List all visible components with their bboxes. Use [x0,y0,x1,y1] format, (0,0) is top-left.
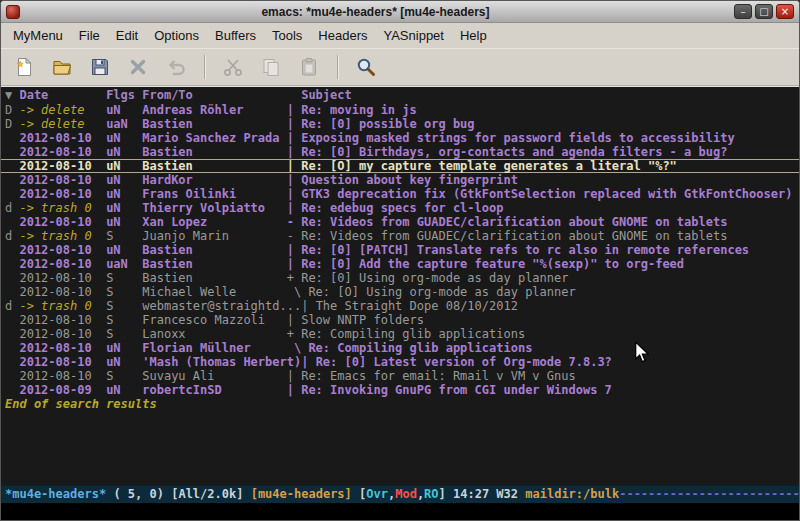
message-row[interactable]: 2012-08-10uN'Mash (Thomas Herbert)| Re: … [1,355,799,369]
from-cell: Bastien [142,271,286,285]
menu-item-headers[interactable]: Headers [310,25,375,46]
flags-cell: uN [106,145,142,159]
message-row[interactable]: 2012-08-10uNFrans Oilinki| GTK3 deprecat… [1,187,799,201]
from-cell: Frans Oilinki [142,187,286,201]
new-file-icon[interactable] [9,52,39,82]
column-header-subject[interactable]: Subject [287,87,352,103]
date-cell: -> delete [19,117,106,131]
mark-cell: D [5,103,19,117]
flags-cell: S [106,285,142,299]
flags-cell: S [106,229,142,243]
message-row[interactable]: 2012-08-10SSuvayu Ali| Re: Emacs for ema… [1,369,799,383]
from-cell: Xan Lopez [142,215,286,229]
toolbar [1,48,799,86]
titlebar[interactable]: emacs: *mu4e-headers* [mu4e-headers] –□× [1,1,799,23]
from-cell: Michael Welle [142,285,286,299]
message-row[interactable]: 2012-08-10uNBastien| Re: [0] Birthdays, … [1,145,799,159]
date-cell: -> trash 0 [19,201,106,215]
message-row[interactable]: 2012-08-10SLanoxx+ Re: Compiling glib ap… [1,327,799,341]
date-cell: 2012-08-10 [19,327,106,341]
close-buffer-icon[interactable] [123,52,153,82]
message-row[interactable]: D-> deleteuNAndreas Röhler| Re: moving i… [1,103,799,117]
window-title: emacs: *mu4e-headers* [mu4e-headers] [20,5,731,19]
column-header-from[interactable]: From/To [142,87,286,103]
message-row[interactable]: 2012-08-10uaNBastien| Re: [0] Add the ca… [1,257,799,271]
menu-item-yasnippet[interactable]: YASnippet [375,25,451,46]
flags-cell: S [106,327,142,341]
flags-cell: uN [106,215,142,229]
from-cell: Bastien [142,117,286,131]
subject-cell: | Re: [0] [PATCH] Translate refs to rc a… [287,243,749,257]
from-cell: Suvayu Ali [142,369,286,383]
close-button[interactable]: × [776,4,794,19]
mark-cell [5,187,19,201]
from-cell: Bastien [142,257,286,271]
menu-item-tools[interactable]: Tools [264,25,310,46]
modeline-segment: -------------------------------------- [619,487,799,501]
save-icon[interactable] [85,52,115,82]
subject-cell: \ Re: [O] Using org-mode as day planner [287,285,576,299]
minimize-button[interactable]: – [734,4,752,19]
end-of-results-text: End of search results [1,397,799,411]
mark-cell [5,355,19,369]
modeline-segment: RO [424,487,438,501]
sort-indicator-icon[interactable]: ▼ [5,87,19,103]
from-cell: Thierry Volpiatto [142,201,286,215]
search-icon[interactable] [351,52,381,82]
flags-cell: uaN [106,257,142,271]
menu-item-help[interactable]: Help [452,25,495,46]
subject-cell: - Re: Videos from GUADEC/clarification a… [287,229,728,243]
column-header-date[interactable]: Date [19,87,106,103]
message-row[interactable]: 2012-08-10uNBastien| Re: [O] my capture … [1,159,799,173]
subject-cell: \ Re: Compiling glib applications [287,341,533,355]
flags-cell: uN [106,243,142,257]
menu-item-edit[interactable]: Edit [108,25,146,46]
message-row[interactable]: d-> trash 0Swebmaster@straightd...| The … [1,299,799,313]
subject-cell: | GTK3 deprecation fix (GtkFontSelection… [287,187,793,201]
column-header-flags[interactable]: Flgs [106,87,142,103]
maximize-button[interactable]: □ [755,4,773,19]
subject-cell: | Re: moving in js [287,103,417,117]
message-row[interactable]: 2012-08-10uNFlorian Müllner \ Re: Compil… [1,341,799,355]
mark-cell [5,145,19,159]
message-row[interactable]: 2012-08-09uNrobertcInSD| Re: Invoking Gn… [1,383,799,397]
message-row[interactable]: 2012-08-10SBastien+ Re: [0] Using org-mo… [1,271,799,285]
mark-cell [5,313,19,327]
menu-item-options[interactable]: Options [146,25,207,46]
date-cell: 2012-08-10 [19,313,106,327]
message-row[interactable]: 2012-08-10SMichael Welle \ Re: [O] Using… [1,285,799,299]
subject-cell: | Re: [0] possible org bug [287,117,475,131]
message-row[interactable]: d-> trash 0uNThierry Volpiatto| Re: edeb… [1,201,799,215]
message-row[interactable]: D-> deleteuaNBastien| Re: [0] possible o… [1,117,799,131]
emacs-window: emacs: *mu4e-headers* [mu4e-headers] –□×… [0,0,800,521]
message-row[interactable]: 2012-08-10uNBastien| Re: [0] [PATCH] Tra… [1,243,799,257]
date-cell: 2012-08-10 [19,285,106,299]
message-row[interactable]: 2012-08-10uNXan Lopez- Re: Videos from G… [1,215,799,229]
mark-cell: d [5,201,19,215]
toolbar-separator [337,55,338,79]
open-folder-icon[interactable] [47,52,77,82]
from-cell: HardKor [142,173,286,187]
mark-cell [5,173,19,187]
subject-cell: | Re: [0] Birthdays, org-contacts and ag… [287,145,728,159]
modeline-segment: Ovr [366,487,388,501]
modeline-segment: *mu4e-headers* [5,487,106,501]
mark-cell [5,285,19,299]
flags-cell: uN [106,201,142,215]
menu-item-mymenu[interactable]: MyMenu [5,25,71,46]
message-row[interactable]: 2012-08-10uNHardKor| Question about key … [1,173,799,187]
message-row[interactable]: 2012-08-10SFrancesco Mazzoli| Slow NNTP … [1,313,799,327]
message-row[interactable]: d-> trash 0SJuanjo Marin- Re: Videos fro… [1,229,799,243]
modeline-segment: 14:27 W32 [453,487,525,501]
menu-item-buffers[interactable]: Buffers [207,25,264,46]
message-row[interactable]: 2012-08-10uNMario Sanchez Prada| Exposin… [1,131,799,145]
menu-item-file[interactable]: File [71,25,108,46]
flags-cell: S [106,299,142,313]
from-cell: Florian Müllner [142,341,286,355]
echo-area[interactable] [1,503,799,520]
date-cell: -> trash 0 [19,299,106,313]
modeline[interactable]: *mu4e-headers* ( 5, 0) [All/2.0k] [mu4e-… [1,485,799,503]
emacs-app-icon [6,5,20,19]
flags-cell: uN [106,160,142,172]
subject-cell: | Re: [0] Latest version of Org-mode 7.8… [301,355,612,369]
